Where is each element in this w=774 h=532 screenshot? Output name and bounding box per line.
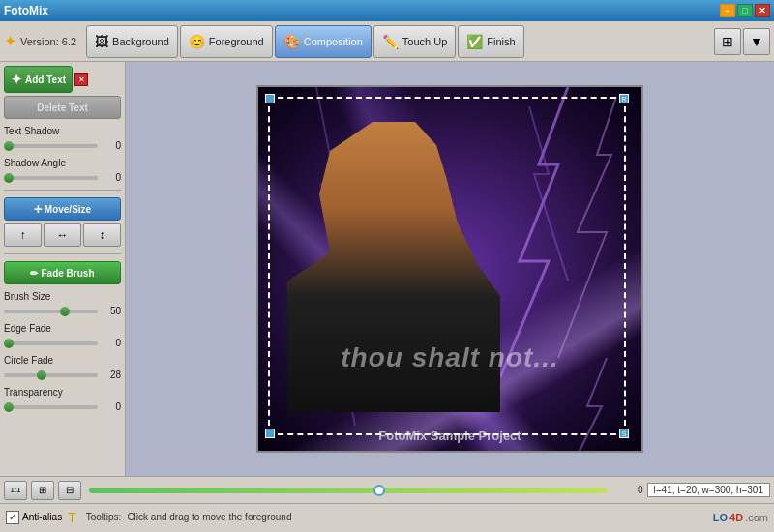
circle-fade-label: Circle Fade xyxy=(4,355,121,366)
transparency-track[interactable] xyxy=(4,405,98,409)
text-shadow-thumb[interactable] xyxy=(4,141,14,151)
edge-fade-thumb[interactable] xyxy=(4,339,14,348)
fade-brush-button[interactable]: ✏ Fade Brush xyxy=(4,261,121,284)
anti-alias-checkbox[interactable]: ✓ xyxy=(6,511,19,524)
canvas-watermark: FotoMix Sample Project xyxy=(258,429,641,443)
move-vertical-button[interactable]: ↕ xyxy=(83,223,121,247)
tab-foreground[interactable]: 😊 Foreground xyxy=(180,25,273,58)
tooltips-icon: T xyxy=(68,510,76,525)
zoom-fit-button[interactable]: ⊞ xyxy=(31,481,54,500)
logo-lo: LO xyxy=(713,512,728,523)
toolbar: ✦ Version: 6.2 🖼 Background 😊 Foreground… xyxy=(0,21,774,62)
zoom-track[interactable] xyxy=(89,488,607,493)
divider-1 xyxy=(4,190,121,191)
transparency-value: 0 xyxy=(102,401,121,412)
logo-4d: 4D xyxy=(729,512,743,523)
zoom-grid-button[interactable]: ⊟ xyxy=(58,481,81,500)
zoom-value: 0 xyxy=(614,485,643,495)
view-toggle-button[interactable]: ⊞ xyxy=(714,28,741,55)
transparency-slider-row: 0 xyxy=(4,401,121,412)
canvas-area: thou shalt not... FotoMix Sample Project… xyxy=(126,62,774,476)
close-button[interactable]: ✕ xyxy=(755,4,770,17)
tab-composition[interactable]: 🎨 Composition xyxy=(275,25,372,58)
brush-size-thumb[interactable] xyxy=(60,307,70,316)
brush-size-slider-row: 50 xyxy=(4,306,121,316)
edge-fade-slider-row: 0 xyxy=(4,338,121,348)
edge-fade-track[interactable] xyxy=(4,341,98,345)
circle-fade-thumb[interactable] xyxy=(37,370,46,380)
main-layout: ✦ Add Text ✕ Delete Text Text Shadow 0 S… xyxy=(0,62,774,476)
divider-2 xyxy=(4,253,121,254)
move-horizontal-button[interactable]: ↔ xyxy=(44,223,81,247)
brush-icon: ✏ xyxy=(30,268,38,279)
toolbar-right: ⊞ ▼ xyxy=(714,28,770,55)
status-bar: ✓ Anti-alias T Tooltips: Click and drag … xyxy=(0,503,774,530)
add-text-button[interactable]: ✦ Add Text xyxy=(4,66,73,93)
zoom-thumb[interactable] xyxy=(373,485,385,496)
transparency-thumb[interactable] xyxy=(4,402,14,412)
brush-size-value: 50 xyxy=(102,306,121,316)
brush-size-track[interactable] xyxy=(4,310,98,313)
tooltips-label: Tooltips: xyxy=(86,512,122,522)
titlebar: FotoMix − □ ✕ xyxy=(0,0,774,21)
logo-area: LO 4D .com xyxy=(713,512,768,523)
text-shadow-value: 0 xyxy=(102,140,121,151)
canvas-wrapper[interactable]: thou shalt not... FotoMix Sample Project… xyxy=(256,85,643,453)
titlebar-controls: − □ ✕ xyxy=(720,4,770,17)
text-shadow-track[interactable] xyxy=(4,144,98,148)
tooltip-text: Click and drag to move the foreground xyxy=(127,512,706,522)
shadow-angle-value: 0 xyxy=(102,172,121,183)
move-size-button[interactable]: ✛ Move/Size xyxy=(4,197,121,221)
transparency-label: Transparency xyxy=(4,387,121,398)
version-label: ✦ Version: 6.2 xyxy=(4,32,84,50)
tab-finish[interactable]: ✅ Finish xyxy=(458,25,523,58)
panel-close-button[interactable]: ✕ xyxy=(74,73,88,86)
move-buttons-row: ↑ ↔ ↕ xyxy=(4,223,121,247)
circle-fade-slider-row: 28 xyxy=(4,369,121,380)
circle-fade-track[interactable] xyxy=(4,373,98,377)
add-icon: ✦ xyxy=(11,72,22,87)
shadow-angle-slider-row: 0 xyxy=(4,172,121,183)
maximize-button[interactable]: □ xyxy=(737,4,753,17)
app-title: FotoMix xyxy=(4,4,48,17)
move-up-button[interactable]: ↑ xyxy=(4,223,42,247)
logo-suffix: .com xyxy=(745,512,768,523)
brush-size-label: Brush Size xyxy=(4,291,121,302)
canvas-text-overlay: thou shalt not... xyxy=(258,342,641,373)
coords-display: l=41, t=20, w=300, h=301 xyxy=(647,483,770,497)
left-panel: ✦ Add Text ✕ Delete Text Text Shadow 0 S… xyxy=(0,62,126,476)
zoom-100-button[interactable]: 1:1 xyxy=(4,481,27,500)
titlebar-title: FotoMix xyxy=(4,4,48,17)
circle-fade-value: 28 xyxy=(102,369,121,380)
minimize-button[interactable]: − xyxy=(720,4,735,17)
shadow-angle-track[interactable] xyxy=(4,176,98,180)
tab-background[interactable]: 🖼 Background xyxy=(86,25,178,58)
text-shadow-label: Text Shadow xyxy=(4,126,121,136)
anti-alias-checkbox-row: ✓ Anti-alias xyxy=(6,511,62,524)
filter-button[interactable]: ▼ xyxy=(743,28,770,55)
shadow-angle-thumb[interactable] xyxy=(4,173,14,183)
bottom-bar: 1:1 ⊞ ⊟ 0 l=41, t=20, w=300, h=301 xyxy=(0,476,774,503)
shadow-angle-label: Shadow Angle xyxy=(4,158,121,168)
tab-touchup[interactable]: ✏️ Touch Up xyxy=(373,25,456,58)
edge-fade-value: 0 xyxy=(102,338,121,348)
text-shadow-slider-row: 0 xyxy=(4,140,121,151)
move-icon: ✛ xyxy=(34,204,42,215)
edge-fade-label: Edge Fade xyxy=(4,323,121,334)
delete-text-button[interactable]: Delete Text xyxy=(4,96,121,119)
anti-alias-label: Anti-alias xyxy=(22,512,62,522)
